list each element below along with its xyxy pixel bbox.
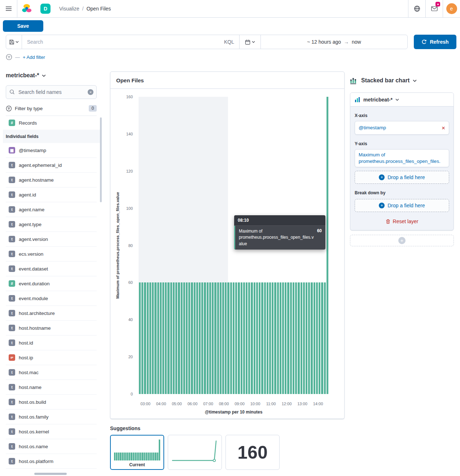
date-picker-menu-button[interactable] — [239, 35, 261, 49]
bar[interactable] — [274, 282, 276, 394]
suggestion-metric[interactable]: 160 — [225, 435, 280, 470]
bar[interactable] — [194, 282, 196, 394]
filter-by-type-button[interactable]: Filter by type 0 — [6, 102, 97, 115]
bar[interactable] — [217, 282, 219, 394]
sidebar-scrollbar[interactable] — [100, 117, 102, 202]
bar[interactable] — [167, 282, 169, 394]
bar[interactable] — [301, 282, 302, 394]
bar[interactable] — [139, 282, 141, 394]
breadcrumb-visualize[interactable]: Visualize — [59, 6, 79, 12]
bar[interactable] — [183, 282, 185, 394]
bar[interactable] — [214, 282, 216, 394]
bar[interactable] — [308, 282, 310, 394]
bar[interactable] — [295, 282, 297, 394]
save-button[interactable]: Save — [3, 20, 43, 32]
bar[interactable] — [196, 282, 198, 394]
field-item[interactable]: tagent.version — [6, 232, 97, 247]
bar[interactable] — [186, 282, 188, 394]
layer-index-pattern-button[interactable]: metricbeat-* — [350, 93, 454, 107]
menu-button[interactable] — [0, 0, 17, 17]
search-input[interactable] — [22, 39, 219, 45]
bar[interactable] — [285, 282, 286, 394]
bar[interactable] — [170, 282, 172, 394]
bar[interactable] — [282, 282, 284, 394]
bar[interactable] — [191, 282, 193, 394]
y-axis-drop-zone[interactable]: + Drop a field here — [355, 171, 449, 184]
bar[interactable] — [314, 282, 315, 394]
bar[interactable] — [248, 282, 250, 394]
breakdown-drop-zone[interactable]: + Drop a field here — [355, 199, 449, 212]
bar[interactable] — [222, 282, 224, 394]
saved-query-menu-button[interactable] — [6, 35, 22, 49]
kql-toggle[interactable]: KQL — [219, 39, 239, 45]
bar[interactable] — [251, 282, 253, 394]
bar[interactable] — [154, 282, 156, 394]
field-item[interactable]: tecs.version — [6, 247, 97, 261]
bar[interactable] — [181, 282, 183, 394]
bar[interactable] — [293, 282, 294, 394]
bar[interactable] — [149, 282, 151, 394]
bar[interactable] — [173, 282, 175, 394]
bar[interactable] — [144, 282, 146, 394]
x-axis-dimension[interactable]: @timestamp × — [355, 121, 449, 135]
elastic-logo[interactable] — [17, 0, 36, 17]
reset-layer-button[interactable]: Reset layer — [355, 218, 449, 224]
bar[interactable] — [152, 282, 154, 394]
field-item[interactable]: thost.os.platform — [6, 454, 97, 469]
bar[interactable] — [261, 282, 263, 394]
bar[interactable] — [327, 97, 328, 394]
bar[interactable] — [272, 282, 273, 394]
bar[interactable] — [321, 282, 323, 394]
bar[interactable] — [188, 282, 190, 394]
bar[interactable] — [259, 282, 260, 394]
bar[interactable] — [277, 282, 279, 394]
bar[interactable] — [290, 282, 292, 394]
bar[interactable] — [227, 282, 229, 394]
bar[interactable] — [324, 282, 326, 394]
bar[interactable] — [157, 282, 159, 394]
field-search-input[interactable] — [6, 85, 97, 99]
field-item[interactable]: tagent.name — [6, 202, 97, 217]
newsfeed-button[interactable] — [425, 0, 443, 17]
field-item[interactable]: #event.duration — [6, 276, 97, 291]
add-filter-button[interactable]: + Add filter — [23, 55, 45, 60]
records-field-item[interactable]: # Records — [6, 116, 97, 130]
bar[interactable] — [165, 282, 167, 394]
time-range-picker[interactable]: ~ 12 hours ago → now — [261, 35, 407, 49]
bar[interactable] — [287, 282, 289, 394]
bar[interactable] — [311, 282, 312, 394]
bar[interactable] — [212, 282, 214, 394]
suggestion-line-chart[interactable] — [168, 435, 222, 470]
bar[interactable] — [254, 282, 255, 394]
bar[interactable] — [233, 282, 235, 394]
index-pattern-switcher[interactable]: metricbeat-* — [6, 72, 97, 79]
field-item[interactable]: thost.os.name — [6, 439, 97, 454]
suggestion-current-bar-chart[interactable]: Current — [110, 435, 164, 470]
bar[interactable] — [264, 282, 266, 394]
bar[interactable] — [225, 282, 227, 394]
bar[interactable] — [207, 282, 209, 394]
field-item[interactable]: ▦@timestamp — [6, 143, 97, 158]
horizontal-scrollbar[interactable] — [34, 473, 67, 475]
field-item[interactable]: thost.os.kernel — [6, 424, 97, 439]
bar[interactable] — [319, 282, 320, 394]
bar[interactable] — [199, 282, 201, 394]
bar[interactable] — [175, 282, 177, 394]
field-item[interactable]: thost.id — [6, 336, 97, 350]
bar[interactable] — [238, 282, 240, 394]
field-item[interactable]: tevent.dataset — [6, 261, 97, 276]
bar[interactable] — [243, 282, 245, 394]
bar[interactable] — [162, 282, 164, 394]
bar[interactable] — [306, 282, 307, 394]
field-item[interactable]: thost.name — [6, 380, 97, 395]
time-from[interactable]: ~ 12 hours ago — [307, 39, 341, 45]
bar[interactable] — [246, 282, 247, 394]
field-item[interactable]: thost.os.family — [6, 410, 97, 424]
bar[interactable] — [316, 282, 318, 394]
refresh-button[interactable]: Refresh — [414, 35, 456, 49]
filter-icon[interactable] — [6, 54, 12, 60]
space-switcher[interactable]: D — [36, 0, 55, 17]
y-axis-dimension[interactable]: Maximum of prometheus.process_files_open… — [355, 149, 449, 167]
bar[interactable] — [160, 282, 162, 394]
bar[interactable] — [141, 282, 143, 394]
